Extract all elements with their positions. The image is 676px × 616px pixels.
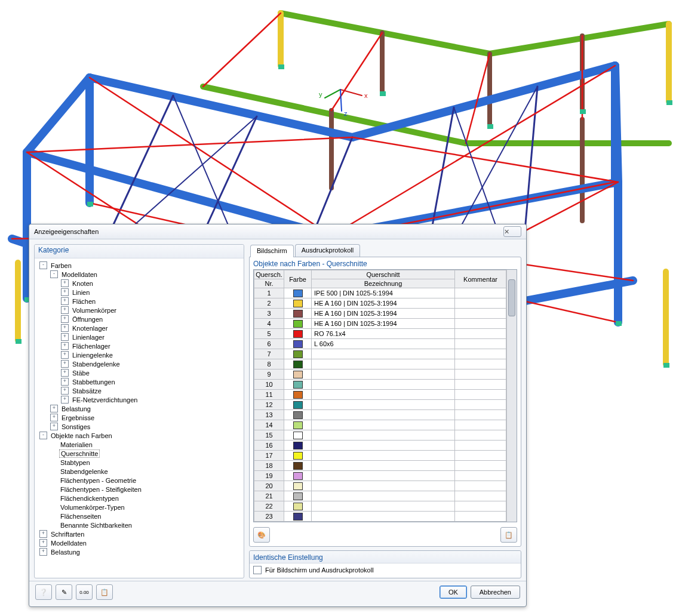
tree-item[interactable]: +Flächen: [37, 297, 242, 306]
tree-item[interactable]: Flächentypen - Geometrie: [37, 476, 242, 485]
tree-toggle[interactable]: -: [39, 432, 47, 439]
tree-toggle[interactable]: +: [61, 378, 69, 386]
cell-color[interactable]: [284, 491, 312, 501]
tree-item[interactable]: Querschnitte: [37, 449, 242, 458]
table-row[interactable]: 16: [254, 441, 506, 451]
tree-toggle[interactable]: +: [61, 279, 69, 287]
cell-color[interactable]: [284, 471, 312, 481]
cell-comment[interactable]: [455, 349, 506, 359]
cell-comment[interactable]: [455, 420, 506, 430]
cell-description[interactable]: [312, 461, 455, 471]
tree-item[interactable]: +Schriftarten: [37, 529, 242, 538]
tree-toggle[interactable]: +: [61, 324, 69, 332]
tree-item[interactable]: +Flächenlager: [37, 341, 242, 350]
table-row[interactable]: 7: [254, 349, 506, 359]
table-row[interactable]: 13: [254, 410, 506, 420]
tree-toggle[interactable]: +: [61, 333, 69, 341]
cell-comment[interactable]: [455, 390, 506, 400]
cell-description[interactable]: [312, 430, 455, 441]
table-row[interactable]: 3HE A 160 | DIN 1025-3:1994: [254, 309, 506, 319]
cell-description[interactable]: [312, 410, 455, 420]
tree-toggle[interactable]: +: [61, 351, 69, 359]
cell-color[interactable]: [284, 410, 312, 420]
cell-color[interactable]: [284, 461, 312, 471]
table-row[interactable]: 10: [254, 380, 506, 390]
cell-description[interactable]: [312, 441, 455, 451]
tree-item[interactable]: +Ergebnisse: [37, 413, 242, 422]
tree-item[interactable]: Flächenseiten: [37, 512, 242, 520]
copy-button[interactable]: 📋: [96, 584, 113, 600]
cell-color[interactable]: [284, 329, 312, 339]
palette-button[interactable]: 🎨: [253, 527, 270, 543]
cell-comment[interactable]: [455, 369, 506, 380]
tree-item[interactable]: +Öffnungen: [37, 315, 242, 324]
cell-comment[interactable]: [455, 451, 506, 461]
tree-item[interactable]: +Linienlager: [37, 332, 242, 341]
tree-item[interactable]: +Modelldaten: [37, 538, 242, 547]
tree-item[interactable]: +Stabsätze: [37, 386, 242, 395]
cell-comment[interactable]: [455, 410, 506, 420]
category-tree[interactable]: -Farben-Modelldaten+Knoten+Linien+Fläche…: [35, 258, 244, 578]
table-row[interactable]: 9: [254, 369, 506, 380]
tree-item[interactable]: +Stabendgelenke: [37, 359, 242, 368]
cell-description[interactable]: [312, 349, 455, 359]
dialog-close-button[interactable]: ✕: [503, 226, 521, 237]
cell-comment[interactable]: [455, 359, 506, 369]
table-row[interactable]: 14: [254, 420, 506, 430]
tree-toggle[interactable]: +: [61, 288, 69, 296]
cell-comment[interactable]: [455, 491, 506, 501]
cell-color[interactable]: [284, 430, 312, 441]
tree-item[interactable]: -Modelldaten: [37, 270, 242, 279]
cell-comment[interactable]: [455, 471, 506, 481]
table-row[interactable]: 5RO 76.1x4: [254, 329, 506, 339]
tree-toggle[interactable]: +: [39, 548, 47, 556]
cell-description[interactable]: [312, 359, 455, 369]
cell-color[interactable]: [284, 319, 312, 329]
cell-color[interactable]: [284, 298, 312, 309]
tree-toggle[interactable]: +: [61, 387, 69, 395]
table-row[interactable]: 8: [254, 359, 506, 369]
table-row[interactable]: 15: [254, 430, 506, 441]
cell-comment[interactable]: [455, 319, 506, 329]
cell-comment[interactable]: [455, 441, 506, 451]
cell-comment[interactable]: [455, 481, 506, 491]
tree-item[interactable]: +FE-Netzverdichtungen: [37, 395, 242, 404]
table-row[interactable]: 6L 60x6: [254, 339, 506, 349]
tree-item[interactable]: +Belastung: [37, 547, 242, 556]
cell-description[interactable]: [312, 380, 455, 390]
cell-color[interactable]: [284, 309, 312, 319]
cell-description[interactable]: [312, 471, 455, 481]
tree-toggle[interactable]: +: [50, 414, 58, 421]
cell-description[interactable]: [312, 491, 455, 501]
cell-comment[interactable]: [455, 329, 506, 339]
tree-item[interactable]: +Stabbettungen: [37, 377, 242, 386]
tree-item[interactable]: +Linien: [37, 288, 242, 297]
tree-toggle[interactable]: +: [39, 530, 47, 538]
identical-checkbox[interactable]: [253, 566, 262, 574]
cell-description[interactable]: [312, 369, 455, 380]
table-row[interactable]: 17: [254, 451, 506, 461]
cell-description[interactable]: HE A 160 | DIN 1025-3:1994: [312, 319, 455, 329]
table-row[interactable]: 21: [254, 491, 506, 501]
tree-item[interactable]: +Volumenkörper: [37, 306, 242, 315]
tree-toggle[interactable]: -: [50, 270, 58, 278]
cell-description[interactable]: L 60x6: [312, 339, 455, 349]
tree-toggle[interactable]: +: [50, 405, 58, 412]
table-row[interactable]: 2HE A 160 | DIN 1025-3:1994: [254, 298, 506, 309]
cell-description[interactable]: [312, 512, 455, 522]
cell-description[interactable]: HE A 160 | DIN 1025-3:1994: [312, 298, 455, 309]
tree-item[interactable]: Volumenkörper-Typen: [37, 503, 242, 512]
cell-color[interactable]: [284, 339, 312, 349]
cell-color[interactable]: [284, 441, 312, 451]
cell-color[interactable]: [284, 501, 312, 512]
cell-color[interactable]: [284, 359, 312, 369]
tree-item[interactable]: Benannte Sichtbarkeiten: [37, 520, 242, 529]
cell-color[interactable]: [284, 451, 312, 461]
cell-color[interactable]: [284, 349, 312, 359]
tree-item[interactable]: Flächentypen - Steifigkeiten: [37, 485, 242, 494]
tree-item[interactable]: -Objekte nach Farben: [37, 431, 242, 440]
cell-description[interactable]: [312, 451, 455, 461]
table-row[interactable]: 1IPE 500 | DIN 1025-5:1994: [254, 288, 506, 298]
edit-button[interactable]: ✎: [56, 584, 72, 600]
tree-item[interactable]: -Farben: [37, 261, 242, 270]
